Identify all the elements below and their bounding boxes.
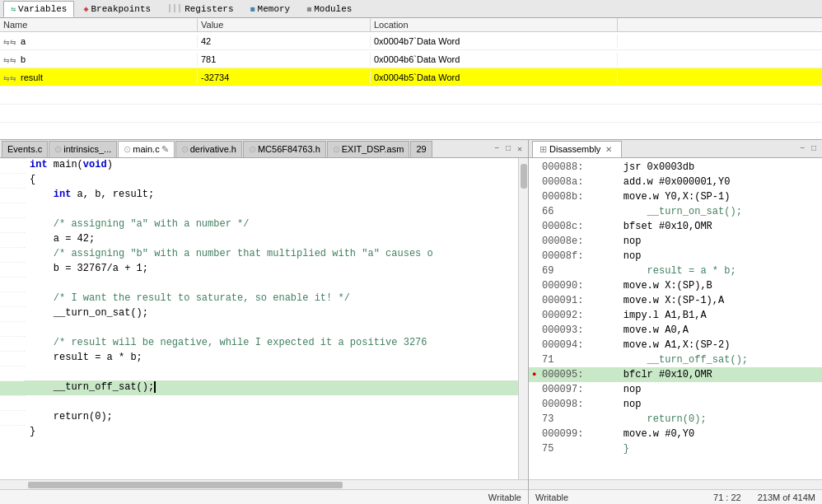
tab-registers[interactable]: ||| Registers <box>160 1 241 17</box>
tab-events-c-label: Events.c <box>7 144 42 154</box>
line-number <box>0 336 25 337</box>
tab-exit-dsp-icon: ⊙ <box>333 144 340 155</box>
line-number <box>0 380 25 381</box>
tab-mc56f[interactable]: ⊙ MC56F84763.h <box>243 141 326 157</box>
disasm-maximize-button[interactable]: □ <box>809 143 819 154</box>
var-name-a: ⇆⇆ a <box>0 35 198 48</box>
modules-icon: ◼ <box>306 4 311 14</box>
code-panel: Events.c ⊙ intrinsics_... ⊙ main.c ✎ ⊙ d… <box>0 140 529 504</box>
disasm-minimize-button[interactable]: − <box>797 143 807 154</box>
line-number <box>0 410 25 411</box>
disassembly-panel: ⊞ Disassembly ✕ − □ 000088: jsr 0x0003db… <box>529 140 822 504</box>
disasm-instr: result = a * b; <box>600 265 819 277</box>
var-location-b: 0x0004b6`Data Word <box>371 53 618 66</box>
code-line <box>0 395 518 410</box>
disasm-horizontal-scrollbar[interactable] <box>529 479 822 489</box>
disasm-instr: __turn_off_sat(); <box>600 354 819 366</box>
disasm-addr: 66 <box>542 206 600 217</box>
code-line: /* assigning "a" with a number */ <box>0 217 518 232</box>
table-row[interactable]: ⇆⇆ result -32734 0x0004b5`Data Word <box>0 68 822 86</box>
tab-variables-label: Variables <box>18 4 67 14</box>
line-number <box>0 425 25 426</box>
code-line: /* I want the result to saturate, so ena… <box>0 292 518 306</box>
disasm-line: 000090: move.w X:(SP),B <box>529 278 822 293</box>
line-number <box>0 173 25 174</box>
tab-exit-dsp[interactable]: ⊙ EXIT_DSP.asm <box>327 141 410 157</box>
disasm-instr: add.w #0x000001,Y0 <box>600 176 819 188</box>
disasm-close-icon[interactable]: ✕ <box>603 144 614 155</box>
vertical-scrollbar[interactable] <box>518 158 528 479</box>
code-line: int a, b, result; <box>0 188 518 203</box>
line-number <box>0 366 25 366</box>
disasm-instr: move.w #0,Y0 <box>600 428 819 440</box>
code-line: /* result will be negative, while I expe… <box>0 336 518 351</box>
tab-mc56f-icon: ⊙ <box>249 144 256 155</box>
tab-variables[interactable]: ⇆ Variables <box>3 1 74 17</box>
line-text: /* assigning "a" with a number */ <box>25 217 518 230</box>
tab-extra[interactable]: 29 <box>410 141 432 157</box>
code-line: a = 42; <box>0 232 518 247</box>
var-name-b: ⇆⇆ b <box>0 53 198 66</box>
maximize-button[interactable]: □ <box>503 143 513 155</box>
tab-modules[interactable]: ◼ Modules <box>299 1 359 17</box>
variables-table: Name Value Location ⇆⇆ a 42 0x0004b7`Dat… <box>0 18 822 139</box>
tab-events-c[interactable]: Events.c <box>2 141 48 157</box>
tab-main-c-label: main.c <box>133 144 159 154</box>
disasm-addr: 000094: <box>542 339 600 351</box>
tab-main-c-dirty: ✎ <box>161 144 169 155</box>
var-name-result: ⇆⇆ result <box>0 71 198 84</box>
code-line <box>0 366 518 380</box>
minimize-button[interactable]: − <box>492 143 502 155</box>
disasm-line: 00008f: nop <box>529 249 822 264</box>
line-number <box>0 321 25 322</box>
code-line-active: __turn_off_sat(); <box>0 380 518 395</box>
line-number <box>0 232 25 233</box>
disasm-instr: move.w A0,A <box>600 324 819 336</box>
top-tab-bar: ⇆ Variables ◆ Breakpoints ||| Registers … <box>0 0 822 18</box>
line-number <box>0 158 25 159</box>
line-text <box>25 321 518 322</box>
disasm-addr: 00008c: <box>542 221 600 232</box>
table-row[interactable]: ⇆⇆ b 781 0x0004b6`Data Word <box>0 50 822 68</box>
line-text <box>25 366 518 366</box>
disasm-instr: } <box>600 443 819 455</box>
disasm-source-line: 73 return(0); <box>529 412 822 427</box>
code-tab-controls: − □ ✕ <box>492 143 526 155</box>
scrollbar-thumb <box>28 482 343 488</box>
code-line: /* assigning "b" with a number that mult… <box>0 247 518 262</box>
tab-intrinsics[interactable]: ⊙ intrinsics_... <box>49 141 117 157</box>
disasm-instr: return(0); <box>600 413 819 425</box>
disasm-addr: 000091: <box>542 295 600 306</box>
disasm-source-line: 66 __turn_on_sat(); <box>529 204 822 219</box>
var-value-b: 781 <box>198 53 371 66</box>
tab-derivative-h[interactable]: ⊙ derivative.h <box>175 141 242 157</box>
code-line: return(0); <box>0 410 518 425</box>
tab-disassembly[interactable]: ⊞ Disassembly ✕ <box>532 141 622 157</box>
code-editor: int main(void) { int a, b, result; <box>0 158 528 504</box>
disasm-instr: bfset #0x10,OMR <box>600 221 819 232</box>
code-content[interactable]: int main(void) { int a, b, result; <box>0 158 528 479</box>
table-row[interactable]: ⇆⇆ a 42 0x0004b7`Data Word <box>0 32 822 50</box>
disasm-instr: nop <box>600 236 819 247</box>
tab-extra-label: 29 <box>416 144 426 154</box>
line-text: /* result will be negative, while I expe… <box>25 336 518 348</box>
line-text: result = a * b; <box>25 351 518 363</box>
line-text: /* assigning "b" with a number that mult… <box>25 247 518 259</box>
disasm-instr: nop <box>600 384 819 395</box>
line-number <box>0 188 25 189</box>
code-line <box>0 277 518 292</box>
tab-memory[interactable]: ◼ Memory <box>243 1 298 17</box>
disasm-content[interactable]: 000088: jsr 0x0003db 00008a: add.w #0x00… <box>529 158 822 479</box>
tab-breakpoints[interactable]: ◆ Breakpoints <box>76 1 158 17</box>
close-button[interactable]: ✕ <box>515 143 525 155</box>
variables-header: Name Value Location <box>0 18 822 32</box>
disasm-addr: 000093: <box>542 324 600 336</box>
disasm-icon: ⊞ <box>539 144 547 155</box>
tab-main-c[interactable]: ⊙ main.c ✎ <box>118 141 174 157</box>
disasm-instr: move.w X:(SP),B <box>600 280 819 292</box>
disasm-addr: 000090: <box>542 280 600 292</box>
horizontal-scrollbar[interactable] <box>0 479 528 489</box>
disasm-line: 000097: nop <box>529 382 822 397</box>
status-mode: Writable <box>488 492 521 502</box>
header-name: Name <box>0 18 198 31</box>
